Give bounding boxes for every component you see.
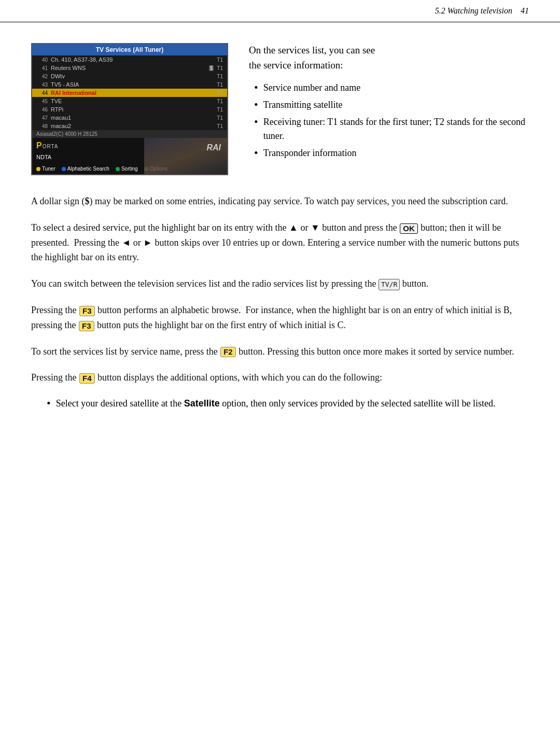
bullet-receiving-tuner: Receiving tuner: T1 stands for the first… [254, 115, 529, 143]
blue-dot [62, 167, 66, 171]
f3-key-badge-2: F3 [79, 321, 94, 331]
bullet-transmitting-satellite: Transmitting satellite [254, 98, 529, 112]
two-column-section: TV Services (All Tuner) 40 Ch. 410, AS37… [31, 43, 529, 175]
tv-screen: TV Services (All Tuner) 40 Ch. 410, AS37… [32, 44, 227, 174]
tv-btn-tuner: Tuner [36, 166, 55, 172]
rai-logo: RAI [206, 143, 221, 152]
transponder-info-bar: Asiasat2(C) 4000 H 28125 [32, 130, 227, 138]
paragraph-f4-button: Pressing the F4 button displays the addi… [31, 370, 529, 385]
paragraph-f2-button: To sort the services list by service nam… [31, 344, 529, 359]
tv-row-44-highlighted: 44 RAI International T1 [32, 89, 227, 97]
tv-btn-alpha: Alphabetic Search [62, 166, 109, 172]
bullet-service-number: Service number and name [254, 81, 529, 95]
f4-key-badge: F4 [79, 373, 95, 384]
tv-radio-key-badge: TV/R [379, 279, 400, 291]
service-info-list: Service number and name Transmitting sat… [249, 81, 529, 160]
options-bullet-list: Select your desired satellite at the Sat… [31, 397, 529, 411]
tv-porta-logo: PORTA NDTA [36, 140, 59, 162]
tv-row-47: 47 macau1 T1 [32, 114, 227, 122]
green-dot-sorting [116, 167, 120, 171]
dollar-bold: $ [85, 196, 90, 206]
paragraph-dollar-sign: A dollar sign ($) may be marked on some … [31, 194, 529, 209]
tv-screenshot: TV Services (All Tuner) 40 Ch. 410, AS37… [31, 43, 228, 175]
f2-key-badge: F2 [220, 347, 236, 357]
ok-key-badge: OK [400, 223, 418, 234]
tv-row-46: 46 RTPi T1 [32, 105, 227, 114]
tv-row-41: 41 Reuters WNS $ T1 [32, 64, 227, 72]
page-content: TV Services (All Tuner) 40 Ch. 410, AS37… [0, 43, 560, 445]
paragraph-select-service: To select a desired service, put the hig… [31, 220, 529, 265]
yellow-dot [36, 167, 40, 171]
tv-row-48: 48 macau2 T1 [32, 122, 227, 130]
tv-row-45: 45 TVE T1 [32, 97, 227, 105]
satellite-label: Satellite [184, 398, 220, 409]
bullet-transponder-info: Transponder information [254, 146, 529, 160]
tv-channel-list: 40 Ch. 410, AS37-38, AS39 T1 41 Reuters … [32, 55, 227, 130]
tv-menu-title: TV Services (All Tuner) [32, 44, 227, 55]
page-header: 5.2 Watching television 41 [0, 0, 560, 22]
tv-row-40: 40 Ch. 410, AS37-38, AS39 T1 [32, 55, 227, 64]
tv-row-42: 42 DWtv T1 [32, 72, 227, 80]
paragraph-switch-list: You can switch between the television se… [31, 276, 529, 291]
section-label: 5.2 Watching television 41 [435, 6, 529, 16]
tv-btn-sorting: Sorting [116, 166, 138, 172]
right-text-column: On the services list, you can see the se… [249, 43, 529, 163]
bullet-satellite-option: Select your desired satellite at the Sat… [47, 397, 529, 411]
f3-key-badge-1: F3 [79, 306, 95, 316]
tv-row-43: 43 TV5 - ASIA T1 [32, 80, 227, 89]
intro-text: On the services list, you can see the se… [249, 43, 529, 73]
paragraph-f3-button: Pressing the F3 button performs an alpha… [31, 303, 529, 333]
